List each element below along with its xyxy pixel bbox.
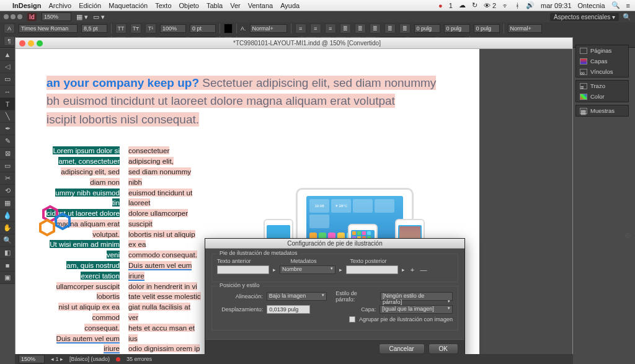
- svg-marker-1: [56, 214, 69, 229]
- superscript-button[interactable]: T¹: [145, 24, 156, 33]
- direct-selection-tool[interactable]: ◁: [0, 61, 15, 73]
- font-family-field[interactable]: Times New Roman: [19, 24, 78, 33]
- window-controls[interactable]: [4, 14, 22, 19]
- hand-tool[interactable]: ✋: [0, 222, 15, 234]
- panel-links[interactable]: ∞Vínculos: [576, 66, 628, 77]
- indesign-top-bar: Id 150% ▦ ▾ ▭ ▾ Aspectos esenciales ▾ 🔍: [0, 11, 635, 22]
- panel-color[interactable]: Color: [576, 91, 628, 102]
- app-name[interactable]: InDesign: [12, 2, 41, 9]
- align-right-button[interactable]: ≡: [325, 24, 336, 33]
- add-row-button[interactable]: +: [409, 266, 416, 273]
- panel-pages[interactable]: Páginas: [576, 45, 628, 56]
- rectangle-frame-tool[interactable]: ⊠: [0, 148, 15, 160]
- offset-input[interactable]: [267, 305, 310, 314]
- first-line-indent-field[interactable]: 0 pulg: [444, 24, 470, 33]
- zoom-indicator-icon[interactable]: ⊕: [624, 231, 631, 240]
- color-apply[interactable]: ■: [0, 259, 15, 272]
- arrow-icon: ▸: [339, 267, 342, 273]
- menu-texto[interactable]: Texto: [155, 2, 171, 9]
- para-style-select[interactable]: [Ningún estilo de párrafo]: [380, 292, 453, 301]
- dialog-title: Configuración de pie de ilustración: [205, 239, 464, 249]
- gradient-tool[interactable]: ▦: [0, 197, 15, 210]
- close-button[interactable]: [19, 40, 25, 47]
- align-left-button[interactable]: ≡: [295, 24, 306, 33]
- font-size-field[interactable]: 8,5 pt: [81, 24, 107, 33]
- menu-ayuda[interactable]: Ayuda: [280, 2, 300, 9]
- justify-button[interactable]: ≣: [340, 24, 351, 33]
- menu-tabla[interactable]: Tabla: [206, 2, 223, 9]
- status-zoom[interactable]: 150%: [19, 355, 45, 363]
- text-after-label: Texto posterior: [350, 258, 387, 264]
- metadata-select[interactable]: Nombre: [280, 265, 335, 274]
- text-before-input[interactable]: [217, 265, 269, 274]
- panel-layers[interactable]: Capas: [576, 56, 628, 66]
- pen-tool[interactable]: ✒: [0, 123, 15, 135]
- gap-tool[interactable]: ↔: [0, 86, 15, 98]
- vbaseline-field[interactable]: 0 pt: [190, 24, 216, 33]
- menu-edicion[interactable]: Edición: [79, 2, 101, 9]
- group-checkbox[interactable]: [349, 316, 355, 322]
- menu-objeto[interactable]: Objeto: [179, 2, 199, 9]
- status-basic[interactable]: [Básico] (usado): [69, 356, 110, 362]
- para-mode-button[interactable]: ¶: [4, 36, 15, 46]
- rectangle-tool[interactable]: ▭: [0, 160, 15, 172]
- spotlight-icon[interactable]: 🔍: [611, 1, 620, 9]
- status-page-nav[interactable]: ◂ 1 ▸: [51, 356, 63, 362]
- para-style-field[interactable]: Normal+: [508, 24, 542, 33]
- left-indent-field[interactable]: 0 pulg: [414, 24, 440, 33]
- zoom-field[interactable]: 150%: [42, 12, 71, 21]
- view-mode[interactable]: ▣: [0, 272, 15, 284]
- justify-all-button[interactable]: ≣: [399, 24, 411, 33]
- menu-ventana[interactable]: Ventana: [248, 2, 273, 9]
- cancel-button[interactable]: Cancelar: [379, 344, 425, 354]
- char-mode-button[interactable]: A: [4, 24, 15, 33]
- maximize-button[interactable]: [37, 40, 43, 47]
- free-transform-tool[interactable]: ⟲: [0, 185, 15, 197]
- menu-ver[interactable]: Ver: [230, 2, 241, 9]
- status-icon: ●: [438, 2, 443, 9]
- pencil-tool[interactable]: ✎: [0, 135, 15, 148]
- ok-button[interactable]: OK: [429, 344, 458, 354]
- fill-stroke-toggle[interactable]: ◧: [0, 247, 15, 259]
- indesign-logo: Id: [27, 13, 37, 21]
- menu-maquetacion[interactable]: Maquetación: [109, 2, 148, 9]
- line-tool[interactable]: ╲: [0, 110, 15, 123]
- align-center-button[interactable]: ≡: [310, 24, 321, 33]
- char-style-field[interactable]: Normal+: [250, 24, 287, 33]
- search-icon[interactable]: 🔍: [623, 13, 631, 21]
- clock: mar 09:31: [541, 2, 572, 9]
- small-caps-button[interactable]: Tᴛ: [130, 24, 141, 33]
- fill-swatch[interactable]: [224, 24, 233, 33]
- type-tool[interactable]: T: [0, 98, 15, 110]
- layer-select[interactable]: [Igual que la imagen]: [380, 305, 453, 314]
- workspace-selector[interactable]: Aspectos esenciales ▾: [550, 13, 619, 21]
- page-tool[interactable]: ▭: [0, 73, 15, 86]
- panel-swatches[interactable]: ▦Muestras: [576, 105, 628, 116]
- minimize-button[interactable]: [28, 40, 34, 47]
- group-checkbox-label: Agrupar pie de ilustración con imagen: [359, 316, 453, 322]
- alignment-select[interactable]: Bajo la imagen: [267, 292, 327, 301]
- hscale-field[interactable]: 100%: [160, 24, 186, 33]
- toolbox: ▲ ◁ ▭ ↔ T ╲ ✒ ✎ ⊠ ▭ ✂ ⟲ ▦ 💧 ✋ 🔍 ◧ ■ ▣: [0, 48, 15, 284]
- menu-extra-icon[interactable]: ≡: [626, 2, 630, 9]
- tt-caps-button[interactable]: TT: [115, 24, 127, 33]
- justify-last-right-button[interactable]: ≣: [384, 24, 396, 33]
- text-after-input[interactable]: [346, 265, 398, 274]
- column-2[interactable]: consectetuer adipiscing elit, sed diam n…: [128, 146, 202, 363]
- remove-row-button[interactable]: —: [420, 266, 427, 273]
- view-arrange-icon[interactable]: ▭ ▾: [93, 13, 105, 21]
- scissors-tool[interactable]: ✂: [0, 172, 15, 185]
- sync-icon: ↻: [472, 1, 477, 9]
- selection-tool[interactable]: ▲: [0, 48, 15, 61]
- hexagon-shapes: [38, 202, 81, 242]
- space-before-field[interactable]: 0 pulg: [474, 24, 500, 33]
- panel-stroke[interactable]: ≡Trazo: [576, 81, 628, 91]
- zoom-tool[interactable]: 🔍: [0, 234, 15, 247]
- view-grid-icon[interactable]: ▦ ▾: [76, 13, 88, 21]
- justify-last-center-button[interactable]: ≣: [370, 24, 381, 33]
- column-1[interactable]: Lorem ipsum dolor si amet, consectetuer …: [47, 146, 120, 363]
- eyedropper-tool[interactable]: 💧: [0, 210, 15, 222]
- error-count[interactable]: 35 errores: [127, 356, 152, 362]
- menu-archivo[interactable]: Archivo: [48, 2, 71, 9]
- justify-last-left-button[interactable]: ≣: [355, 24, 366, 33]
